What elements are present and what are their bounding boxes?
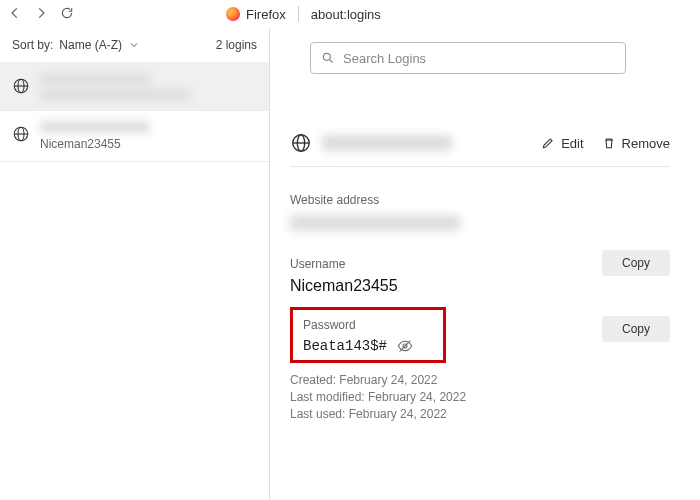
username-value: Niceman23455: [290, 277, 398, 295]
login-item-username: Niceman23455: [40, 137, 150, 151]
login-count: 2 logins: [216, 38, 257, 52]
sort-label: Sort by:: [12, 38, 53, 52]
browser-toolbar: Firefox about:logins: [0, 0, 700, 28]
sort-bar: Sort by: Name (A-Z) 2 logins: [0, 28, 269, 63]
username-label: Username: [290, 257, 398, 271]
edit-button[interactable]: Edit: [541, 136, 583, 151]
login-header: Edit Remove: [290, 132, 670, 167]
login-title-redacted: [40, 73, 150, 85]
svg-line-7: [330, 60, 333, 63]
trash-icon: [602, 136, 616, 150]
eye-off-icon[interactable]: [397, 338, 413, 354]
svg-point-6: [323, 53, 330, 60]
search-placeholder: Search Logins: [343, 51, 426, 66]
reload-icon[interactable]: [60, 6, 74, 23]
copy-username-button[interactable]: Copy: [602, 250, 670, 276]
address-bar-text[interactable]: about:logins: [311, 7, 381, 22]
search-icon: [321, 51, 335, 65]
sort-dropdown[interactable]: Name (A-Z): [59, 38, 122, 52]
login-title-redacted: [322, 135, 452, 151]
chevron-down-icon: [128, 39, 140, 51]
meta-created: Created: February 24, 2022: [290, 373, 670, 387]
login-list-item[interactable]: Niceman23455: [0, 111, 269, 162]
website-address-redacted: [290, 215, 460, 231]
globe-icon: [12, 77, 30, 95]
password-label: Password: [303, 318, 433, 332]
copy-password-button[interactable]: Copy: [602, 316, 670, 342]
search-input[interactable]: Search Logins: [310, 42, 626, 74]
globe-icon: [12, 125, 30, 143]
globe-icon: [290, 132, 312, 154]
login-meta: Created: February 24, 2022 Last modified…: [290, 373, 670, 421]
pencil-icon: [541, 136, 555, 150]
browser-tab[interactable]: Firefox about:logins: [226, 6, 381, 22]
meta-used: Last used: February 24, 2022: [290, 407, 670, 421]
login-list-item[interactable]: [0, 63, 269, 111]
password-highlight-box: Password Beata143$#: [290, 307, 446, 363]
login-detail: Search Logins Edit Remove Website addres…: [270, 28, 700, 500]
login-sub-redacted: [40, 89, 190, 100]
forward-icon[interactable]: [34, 6, 48, 23]
meta-modified: Last modified: February 24, 2022: [290, 390, 670, 404]
logins-sidebar: Sort by: Name (A-Z) 2 logins Niceman2345…: [0, 28, 270, 500]
firefox-icon: [226, 7, 240, 21]
password-value: Beata143$#: [303, 338, 387, 354]
tab-title: Firefox: [246, 7, 286, 22]
back-icon[interactable]: [8, 6, 22, 23]
login-title-redacted: [40, 121, 150, 133]
website-label: Website address: [290, 193, 670, 207]
remove-button[interactable]: Remove: [602, 136, 670, 151]
